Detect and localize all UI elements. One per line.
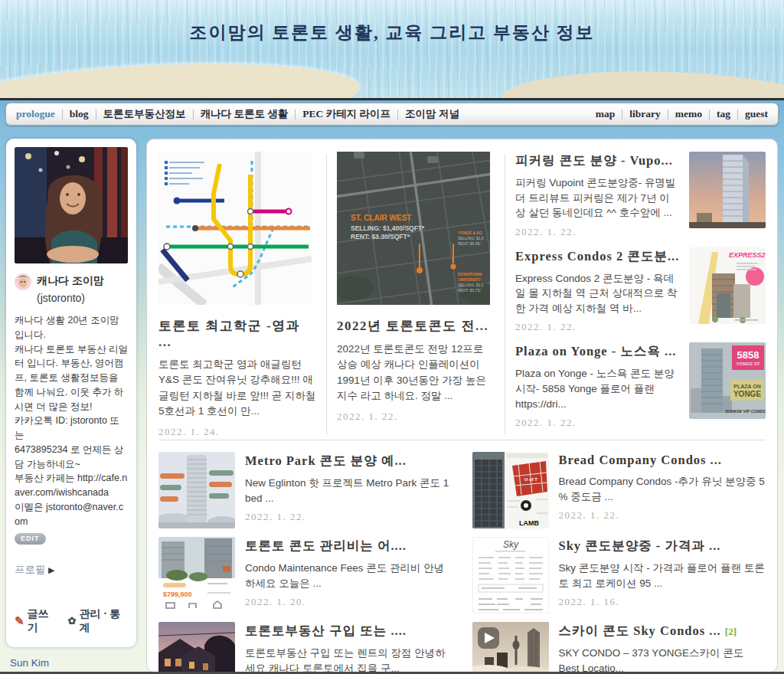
write-post-button[interactable]: ✎ 글쓰기 [15, 607, 57, 635]
nav-item-realestate-info[interactable]: 토론토부동산정보 [103, 107, 186, 121]
post-title[interactable]: Bread Company Condos ... [559, 453, 766, 468]
facebook-name-link[interactable]: Sun Kim [10, 657, 49, 669]
profile-name: 캐나다 조이맘 [37, 273, 104, 287]
profile-link[interactable]: 프로필 ▶ [15, 563, 128, 577]
svg-text:ST. CLAIR WEST: ST. CLAIR WEST [351, 214, 411, 222]
profile-mini-icon [15, 273, 31, 290]
comment-count-badge: [2] [725, 626, 737, 637]
svg-text:YONGE & EG: YONGE & EG [458, 231, 482, 235]
profile-card: 캐나다 조이맘 (jstoronto) 캐나다 생활 20년 조이맘입니다. 캐… [6, 139, 136, 647]
dark-condo-price-map-image[interactable]: ST. CLAIR WEST SELLING: $1,400/SQFT* REN… [337, 152, 490, 305]
nav-separator [193, 110, 194, 119]
bottom-post-bread-company: U of T LAMB Bread Company Condos ... Bre… [472, 452, 766, 528]
nav-separator [737, 110, 738, 119]
arrow-right-icon: ▶ [48, 565, 54, 574]
post-title[interactable]: 피커링 콘도 분양 - Vupo... [515, 152, 680, 169]
post-date: 2022. 1. 16. [559, 596, 766, 608]
post-title[interactable]: 2022년 토론토콘도 전... [337, 317, 495, 335]
toronto-subway-map-image[interactable] [158, 152, 312, 305]
section-divider [158, 440, 766, 440]
blog-actions: ✎ 글쓰기 ✿ 관리 · 통계 [15, 600, 128, 635]
manage-stats-button[interactable]: ✿ 관리 · 통계 [68, 607, 128, 635]
svg-text:DOWNTOWN: DOWNTOWN [458, 272, 482, 276]
pencil-icon: ✎ [15, 614, 24, 628]
side-post-3: Plaza on Yonge - 노스욕 ... Plaza on Yonge … [515, 342, 766, 429]
featured-post-1: 토론토 최고학군 -영과 ... 토론토 최고학군 영과 애글링턴 Y&S 콘도… [158, 152, 316, 438]
column-divider [326, 155, 327, 435]
beach-sand-right [500, 66, 784, 98]
nav-item-prologue[interactable]: prologue [16, 108, 55, 120]
bread-company-map-image[interactable]: U of T LAMB [472, 452, 549, 528]
post-excerpt: 토론토부동산 구입 또는 렌트의 장점 안녕하세요 캐나다 토론토에서 집을 구… [245, 646, 452, 672]
edit-button[interactable]: EDIT [15, 533, 46, 545]
content-area: 캐나다 조이맘 (jstoronto) 캐나다 생활 20년 조이맘입니다. 캐… [0, 132, 784, 672]
condo-listing-screenshot-image[interactable]: $799,900 [158, 537, 235, 613]
facebook-badge: Sun Kim f Create Your Badge [6, 657, 136, 674]
post-title[interactable]: 토론토 콘도 관리비는 어.... [245, 538, 452, 555]
svg-text:SELLING: $2,2: SELLING: $2,2 [458, 283, 484, 287]
post-date: 2022. 1. 22. [337, 411, 495, 423]
post-title[interactable]: 토론토 최고학군 -영과 ... [158, 317, 316, 350]
post-title[interactable]: 토론토부동산 구입 또는 .... [245, 623, 452, 640]
houses-at-dusk-image[interactable] [158, 622, 235, 672]
nav-separator [295, 110, 296, 119]
svg-text:UNIVERSITY: UNIVERSITY [458, 277, 482, 282]
nav-strip: prologue blog 토론토부동산정보 캐나다 토론토 생활 PEC 카테… [0, 98, 784, 132]
post-excerpt: Condo Maintenance Fees 콘도 관리비 안녕하세요 오늘은 … [245, 561, 452, 591]
nav-separator [622, 110, 622, 119]
post-date: 2022. 1. 20. [245, 596, 452, 608]
nav-item-journal[interactable]: 조이맘 저널 [405, 107, 459, 121]
post-excerpt: 2022년 토론토콘도 전망 12프로 상승 예상 캐나다 인플레이션이 199… [337, 342, 495, 404]
nav-item-blog[interactable]: blog [70, 108, 89, 120]
flower-icon: ✿ [68, 615, 77, 627]
post-title[interactable]: Metro Park 콘도 분양 예... [245, 453, 452, 470]
post-title[interactable]: 스카이 콘도 Sky Condos ... [2] [559, 623, 766, 640]
svg-text:SUNKIM VIP CONDOS: SUNKIM VIP CONDOS [725, 409, 766, 414]
nav-separator [62, 110, 63, 119]
express-condos-brochure-image[interactable]: EXPRESS2 [689, 247, 766, 324]
nav-item-library[interactable]: library [629, 108, 661, 120]
post-title[interactable]: Sky 콘도분양중 - 가격과 ... [559, 538, 766, 555]
svg-text:RENT: $3.45/: RENT: $3.45/ [458, 241, 481, 246]
nav-item-toronto-life[interactable]: 캐나다 토론토 생활 [201, 107, 289, 121]
nav-item-map[interactable]: map [596, 108, 616, 120]
bottom-post-maintenance-fees: $799,900 토론토 콘도 관리비는 어.... Condo Mainten… [158, 537, 452, 613]
nav-item-tag[interactable]: tag [717, 108, 730, 120]
nav-item-memo[interactable]: memo [675, 108, 702, 120]
metro-park-tower-image[interactable] [158, 452, 235, 528]
bottom-post-buy-or-rent: 토론토부동산 구입 또는 .... 토론토부동산 구입 또는 렌트의 장점 안녕… [158, 622, 452, 672]
nav-item-guest[interactable]: guest [745, 108, 768, 120]
profile-photo [15, 147, 128, 263]
header-banner: 조이맘의 토론토 생활, 교육 그리고 부동산 정보 [0, 0, 784, 98]
post-body: Metro Park 콘도 분양 예... New Eglinton 핫 프로젝… [245, 452, 452, 528]
post-body: 피커링 콘도 분양 - Vupo... 피커링 Vupoint 콘도분양중- 유… [515, 152, 680, 238]
post-body: 토론토 콘도 관리비는 어.... Condo Maintenance Fees… [245, 537, 452, 613]
post-body: Bread Company Condos ... Bread Company C… [559, 452, 766, 528]
pickering-tower-image[interactable] [689, 152, 766, 228]
profile-id: (jstoronto) [37, 292, 128, 304]
post-excerpt: Sky 콘도분양 시작 - 가격과 플로어 플랜 토론토 최고 로케이션 95 … [559, 561, 766, 591]
post-excerpt: New Eglinton 핫 프로젝트 Metro Park 콘도 1 bed … [245, 476, 452, 506]
post-title[interactable]: Express Condos 2 콘도분... [515, 248, 680, 265]
sky-condos-video-image[interactable] [472, 622, 549, 672]
post-title[interactable]: Plaza on Yonge - 노스욕 ... [515, 343, 680, 360]
beach-sand-left [0, 54, 361, 98]
bottom-post-sky-condos-video: 스카이 콘도 Sky Condos ... [2] SKY CONDO – 37… [472, 622, 766, 672]
post-date: 2022. 1. 22. [515, 321, 680, 333]
svg-text:5858: 5858 [737, 349, 760, 361]
sky-price-list-image[interactable]: Sky [472, 537, 549, 613]
svg-text:SELLING: $1,6: SELLING: $1,6 [458, 236, 484, 240]
nav-item-pec-cottage[interactable]: PEC 카테지 라이프 [302, 107, 390, 121]
bottom-post-metro-park: Metro Park 콘도 분양 예... New Eglinton 핫 프로젝… [158, 452, 452, 528]
nav-left-group: prologue blog 토론토부동산정보 캐나다 토론토 생활 PEC 카테… [16, 107, 459, 121]
svg-text:YONGE ST: YONGE ST [736, 362, 760, 366]
plaza-on-yonge-image[interactable]: 5858 YONGE ST PLAZA ON YONGE SUNKIM VIP … [689, 342, 766, 419]
post-body: 토론토부동산 구입 또는 .... 토론토부동산 구입 또는 렌트의 장점 안녕… [245, 622, 452, 672]
column-divider [505, 155, 505, 435]
post-excerpt: Plaza on Yonge - 노스욕 콘도 분양 시작- 5858 Yong… [515, 366, 680, 411]
nav-right-group: map library memo tag guest [596, 108, 768, 120]
svg-text:SELLING: $1,400/SQFT*: SELLING: $1,400/SQFT* [351, 224, 425, 232]
featured-post-2: ST. CLAIR WEST SELLING: $1,400/SQFT* REN… [337, 152, 495, 438]
navbar: prologue blog 토론토부동산정보 캐나다 토론토 생활 PEC 카테… [5, 103, 779, 126]
post-date: 2022. 1. 24. [158, 426, 316, 438]
